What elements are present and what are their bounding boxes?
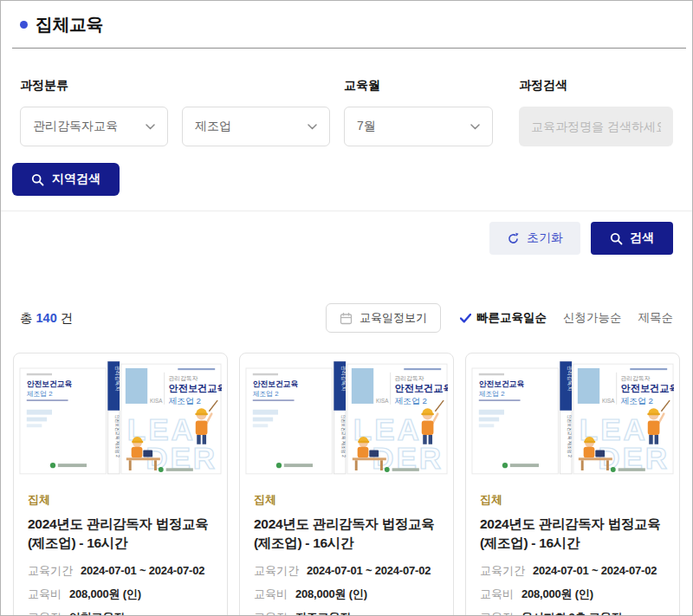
book-front-cover: KISA 관리감독자 안전보건교육 제조업 2 LEA DER (573, 364, 674, 475)
total-count-number: 140 (36, 311, 57, 325)
page-title: 집체교육 (36, 13, 103, 36)
course-details: 교육기간2024-07-01 ~ 2024-07-02 교육비208,000원 … (28, 563, 213, 616)
chevron-down-icon (146, 124, 155, 130)
total-suffix: 건 (61, 311, 74, 325)
filter-category-group: 과정분류 관리감독자교육 제조업 (20, 78, 330, 146)
title-bullet-icon (20, 21, 28, 29)
svg-text:관리감독자: 관리감독자 (115, 366, 120, 391)
section-divider (1, 211, 692, 211)
course-card[interactable]: 안전보건교육 제조업 2 관리감독자 안전보건교육 제조업 2 KISA (239, 353, 454, 616)
chevron-down-icon (470, 124, 480, 130)
search-icon (31, 173, 44, 186)
svg-text:안전보건교육 제조업 2: 안전보건교육 제조업 2 (341, 415, 346, 457)
svg-text:제조업 2: 제조업 2 (253, 390, 279, 398)
svg-text:관리감독자: 관리감독자 (621, 375, 651, 381)
course-card-body: 집체 2024년도 관리감독자 법정교육 (제조업) - 16시간 교육기간20… (466, 482, 679, 616)
book-cover-illustration: 안전보건교육 제조업 2 관리감독자 안전보건교육 제조업 2 KISA (19, 360, 222, 477)
sort-title[interactable]: 제목순 (638, 310, 674, 326)
course-book-image: 안전보건교육 제조업 2 관리감독자 안전보건교육 제조업 2 KISA (466, 353, 679, 482)
calendar-icon (340, 312, 353, 325)
filter-search-group: 과정검색 (519, 78, 673, 146)
detail-venue: 교육장전주교육장 (254, 610, 439, 616)
reset-icon (507, 232, 520, 245)
svg-text:관리감독자: 관리감독자 (395, 375, 424, 381)
svg-text:제조업 2: 제조업 2 (479, 390, 505, 398)
search-icon (610, 232, 623, 245)
month-select[interactable]: 7월 (344, 107, 493, 146)
svg-text:안전보건교육 제조업 2: 안전보건교육 제조업 2 (115, 415, 120, 457)
sort-options: 빠른교육일순 신청가능순 제목순 (460, 310, 673, 326)
course-card[interactable]: 안전보건교육 제조업 2 관리감독자 안전보건교육 제조업 2 KISA (13, 353, 228, 616)
book-back-cover: 안전보건교육 제조업 2 (472, 368, 558, 474)
svg-text:안전보건교육: 안전보건교육 (479, 379, 525, 388)
svg-text:제조업 2: 제조업 2 (27, 390, 53, 398)
check-icon (460, 314, 471, 323)
detail-fee: 교육비208,000원 (인) (254, 587, 439, 602)
svg-text:KISA: KISA (376, 398, 389, 404)
svg-text:관리감독자: 관리감독자 (169, 375, 198, 381)
course-details: 교육기간2024-07-01 ~ 2024-07-02 교육비208,000원 … (480, 563, 665, 616)
region-search-button[interactable]: 지역검색 (12, 163, 120, 196)
course-title[interactable]: 2024년도 관리감독자 법정교육 (제조업) - 16시간 (254, 515, 439, 552)
detail-period: 교육기간2024-07-01 ~ 2024-07-02 (28, 563, 213, 579)
schedule-view-label: 교육일정보기 (359, 310, 427, 326)
reset-label: 초기화 (527, 230, 563, 246)
course-card-list: 안전보건교육 제조업 2 관리감독자 안전보건교육 제조업 2 KISA (13, 353, 680, 616)
book-cover-illustration: 안전보건교육 제조업 2 관리감독자 안전보건교육 제조업 2 KISA (471, 360, 674, 477)
svg-text:안전보건교육: 안전보건교육 (169, 383, 222, 393)
svg-text:제조업 2: 제조업 2 (395, 396, 427, 405)
schedule-view-button[interactable]: 교육일정보기 (326, 303, 441, 333)
course-type-badge: 집체 (28, 492, 213, 508)
course-card-body: 집체 2024년도 관리감독자 법정교육 (제조업) - 16시간 교육기간20… (240, 482, 453, 616)
detail-venue: 교육장인천교육장 (28, 610, 213, 616)
action-buttons: 초기화 검색 (1, 222, 673, 255)
detail-period: 교육기간2024-07-01 ~ 2024-07-02 (480, 563, 665, 579)
course-card-body: 집체 2024년도 관리감독자 법정교육 (제조업) - 16시간 교육기간20… (14, 482, 227, 616)
book-front-cover: KISA 관리감독자 안전보건교육 제조업 2 LEA DER (347, 364, 448, 475)
category-label: 과정분류 (20, 78, 330, 94)
svg-text:관리감독자: 관리감독자 (567, 366, 573, 391)
filter-section: 과정분류 관리감독자교육 제조업 교육월 7월 과정검색 (20, 78, 673, 146)
course-title[interactable]: 2024년도 관리감독자 법정교육 (제조업) - 16시간 (28, 515, 213, 552)
book-spine: 관리감독자 안전보건교육 제조업 2 (334, 361, 346, 474)
sort-fast-date-label: 빠른교육일순 (476, 310, 547, 326)
course-type-badge: 집체 (480, 492, 665, 508)
sort-available[interactable]: 신청가능순 (563, 310, 622, 326)
svg-text:안전보건교육 제조업 2: 안전보건교육 제조업 2 (567, 415, 572, 457)
book-spine: 관리감독자 안전보건교육 제조업 2 (107, 361, 120, 474)
svg-text:제조업 2: 제조업 2 (169, 396, 201, 405)
search-button[interactable]: 검색 (591, 222, 673, 255)
detail-fee: 교육비208,000원 (인) (480, 587, 665, 602)
course-card[interactable]: 안전보건교육 제조업 2 관리감독자 안전보건교육 제조업 2 KISA (465, 353, 680, 616)
course-type-badge: 집체 (254, 492, 439, 508)
svg-text:안전보건교육: 안전보건교육 (395, 383, 448, 393)
total-prefix: 총 (20, 311, 33, 325)
sort-fast-date[interactable]: 빠른교육일순 (460, 310, 547, 326)
book-front-cover: KISA 관리감독자 안전보건교육 제조업 2 LEA DER (121, 364, 222, 475)
svg-text:안전보건교육: 안전보건교육 (253, 379, 299, 388)
svg-text:KISA: KISA (150, 398, 163, 404)
detail-venue: 교육장울산지회 2층 교육장 (480, 610, 665, 616)
chevron-down-icon (308, 124, 317, 130)
search-label: 검색 (630, 230, 654, 246)
category-main-select[interactable]: 관리감독자교육 (20, 107, 168, 146)
detail-fee: 교육비208,000원 (인) (28, 587, 213, 602)
book-back-cover: 안전보건교육 제조업 2 (246, 368, 332, 474)
results-bar: 총 140 건 교육일정보기 빠른교육일순 신청가능순 제목순 (20, 303, 673, 333)
book-spine: 관리감독자 안전보건교육 제조업 2 (560, 361, 573, 474)
svg-text:제조업 2: 제조업 2 (621, 396, 653, 405)
book-back-cover: 안전보건교육 제조업 2 (20, 368, 106, 474)
course-search-input[interactable] (519, 107, 673, 146)
reset-button[interactable]: 초기화 (489, 222, 580, 255)
course-title[interactable]: 2024년도 관리감독자 법정교육 (제조업) - 16시간 (480, 515, 665, 552)
total-count: 총 140 건 (20, 310, 73, 327)
region-search-label: 지역검색 (52, 172, 100, 187)
book-cover-illustration: 안전보건교육 제조업 2 관리감독자 안전보건교육 제조업 2 KISA (245, 360, 448, 477)
detail-period: 교육기간2024-07-01 ~ 2024-07-02 (254, 563, 439, 579)
month-label: 교육월 (344, 78, 493, 94)
course-search-label: 과정검색 (519, 78, 673, 94)
category-sub-value: 제조업 (195, 119, 231, 134)
category-sub-select[interactable]: 제조업 (182, 107, 330, 146)
filter-month-group: 교육월 7월 (344, 78, 493, 146)
title-divider (12, 48, 686, 49)
